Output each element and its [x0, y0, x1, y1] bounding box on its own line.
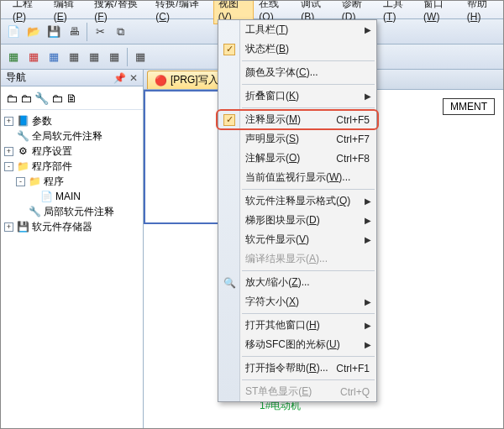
menu-item: 编译结果显示(A)... [218, 249, 376, 269]
menu-item[interactable]: 注解显示(O)Ctrl+F8 [218, 149, 376, 168]
menu-shortcut: Ctrl+Q [340, 386, 370, 398]
submenu-arrow-icon: ▶ [365, 92, 371, 101]
print-icon[interactable]: 🖶 [65, 23, 83, 41]
expand-icon[interactable]: - [16, 177, 25, 186]
menu-帮助h[interactable]: 帮助(H) [462, 0, 503, 24]
tree-node[interactable]: +⚙程序设置 [4, 144, 143, 159]
menu-搜索/替换f[interactable]: 搜索/替换(F) [89, 0, 150, 24]
menu-item[interactable]: 软元件注释显示格式(Q)▶ [218, 191, 376, 211]
submenu-arrow-icon: ▶ [365, 25, 371, 34]
expand-icon[interactable]: + [4, 117, 13, 126]
menu-工具t[interactable]: 工具(T) [378, 0, 418, 24]
menu-item-label: 软元件注释显示格式(Q) [245, 194, 350, 208]
menu-shortcut: Ctrl+F8 [336, 153, 370, 165]
menu-item[interactable]: 梯形图块显示(D)▶ [218, 211, 376, 230]
new-icon[interactable]: 📄 [4, 23, 23, 41]
expand-icon[interactable]: - [4, 162, 13, 171]
copy-icon[interactable]: ⧉ [111, 23, 129, 41]
tree-node[interactable]: -📁程序部件 [4, 159, 143, 174]
menu-item-label: 注释显示(M) [245, 112, 301, 127]
tb2-6-icon[interactable]: ▦ [105, 48, 123, 66]
menu-item[interactable]: 🔍放大/缩小(Z)... [218, 273, 376, 292]
tree-icon: 🔧 [16, 130, 29, 142]
navtool-5-icon[interactable]: 🗎 [66, 92, 77, 105]
navtool-3-icon[interactable]: 🔧 [34, 92, 49, 105]
submenu-arrow-icon: ▶ [365, 196, 371, 206]
pin-icon[interactable]: 📌 [113, 72, 126, 84]
tb2-5-icon[interactable]: ▦ [85, 48, 103, 66]
menu-item[interactable]: 打开指令帮助(R)...Ctrl+F1 [218, 358, 376, 378]
menu-item[interactable]: 打开其他窗口(H)▶ [218, 316, 376, 335]
tree-node[interactable]: +📘参数 [4, 113, 143, 128]
editor-tab[interactable]: 🔴 [PRG]写入 [147, 71, 226, 89]
menu-item-label: 折叠窗口(K) [245, 89, 299, 103]
menu-转换/编译c[interactable]: 转换/编译(C) [150, 0, 213, 24]
menu-shortcut: Ctrl+F7 [336, 133, 370, 145]
menu-shortcut: Ctrl+F1 [336, 363, 370, 374]
save-icon[interactable]: 💾 [45, 23, 63, 41]
nav-title: 导航 [6, 71, 26, 85]
menu-item[interactable]: 软元件显示(V)▶ [218, 230, 376, 249]
expand-icon[interactable]: + [4, 147, 13, 156]
menu-item[interactable]: 折叠窗口(K)▶ [218, 86, 376, 106]
menu-窗口w[interactable]: 窗口(W) [418, 0, 462, 24]
tb2-4-icon[interactable]: ▦ [65, 48, 83, 66]
open-icon[interactable]: 📂 [24, 23, 43, 41]
menu-item[interactable]: ✓状态栏(B) [218, 39, 376, 59]
menu-item-label: 放大/缩小(Z)... [245, 275, 310, 290]
menu-item[interactable]: 声明显示(S)Ctrl+F7 [218, 129, 376, 149]
check-icon: ✓ [223, 44, 235, 55]
navtool-4-icon[interactable]: 🗀 [51, 92, 63, 105]
tree-node[interactable]: 📄MAIN [4, 189, 143, 204]
menu-item-label: 打开指令帮助(R)... [245, 361, 328, 375]
ladder-viewport [144, 90, 219, 224]
tree-icon: 📘 [16, 115, 29, 127]
menubar: 工程(P)编辑(E)搜索/替换(F)转换/编译(C)视图(V)在线(O)调试(B… [1, 1, 503, 19]
tree-icon: ⚙ [16, 145, 29, 157]
menu-item-label: 移动SFC图的光标(U) [245, 337, 340, 352]
menu-item[interactable]: 当前值监视行显示(W)... [218, 168, 376, 187]
tb2-1-icon[interactable]: ▦ [4, 48, 23, 66]
comment-label: MMENT [443, 98, 495, 115]
menu-separator [242, 379, 375, 380]
tb2-3-icon[interactable]: ▦ [45, 48, 63, 66]
tree-node[interactable]: -📁程序 [4, 174, 143, 189]
menu-separator [242, 356, 375, 357]
menu-item[interactable]: 颜色及字体(C)... [218, 63, 376, 82]
cut-icon[interactable]: ✂ [91, 23, 109, 41]
navtool-1-icon[interactable]: 🗀 [6, 92, 18, 105]
tree-label: 程序部件 [32, 160, 72, 174]
menu-item[interactable]: 移动SFC图的光标(U)▶ [218, 335, 376, 354]
menu-item-label: 软元件显示(V) [245, 233, 309, 247]
menu-item-label: 打开其他窗口(H) [245, 318, 320, 332]
menu-工程p[interactable]: 工程(P) [8, 0, 49, 24]
menu-separator [242, 84, 375, 85]
tree-label: 局部软元件注释 [44, 205, 114, 219]
submenu-arrow-icon: ▶ [365, 321, 371, 330]
navtool-2-icon[interactable]: 🗀 [20, 92, 32, 105]
expand-icon[interactable]: + [4, 222, 13, 232]
menu-item[interactable]: 工具栏(T)▶ [218, 20, 376, 39]
tree-icon: 📁 [28, 175, 41, 187]
tab-doc-icon: 🔴 [155, 75, 167, 86]
tree-node[interactable]: +💾软元件存储器 [4, 219, 143, 234]
tree-icon: 🔧 [28, 206, 41, 217]
menu-separator [242, 313, 375, 314]
submenu-arrow-icon: ▶ [365, 340, 371, 349]
menu-item-label: 颜色及字体(C)... [245, 65, 318, 80]
menu-item-label: 梯形图块显示(D) [245, 213, 320, 228]
menu-item[interactable]: ✓注释显示(M)Ctrl+F5 [218, 110, 376, 129]
submenu-arrow-icon: ▶ [365, 235, 371, 244]
tb2-7-icon[interactable]: ▦ [131, 48, 150, 66]
navigation-panel: 导航 📌 ✕ 🗀 🗀 🔧 🗀 🗎 +📘参数🔧全局软元件注释+⚙程序设置-📁程序部… [1, 70, 144, 428]
tree-node[interactable]: 🔧全局软元件注释 [4, 128, 143, 144]
tree-label: 软元件存储器 [32, 220, 92, 234]
tb2-2-icon[interactable]: ▦ [24, 48, 43, 66]
menu-separator [242, 107, 375, 108]
tree-node[interactable]: 🔧局部软元件注释 [4, 204, 143, 219]
menu-编辑e[interactable]: 编辑(E) [49, 0, 90, 24]
tree-label: MAIN [55, 191, 81, 202]
menu-item[interactable]: 字符大小(X)▶ [218, 292, 376, 311]
menu-item-label: 编译结果显示(A)... [245, 252, 328, 266]
close-icon[interactable]: ✕ [129, 72, 138, 84]
